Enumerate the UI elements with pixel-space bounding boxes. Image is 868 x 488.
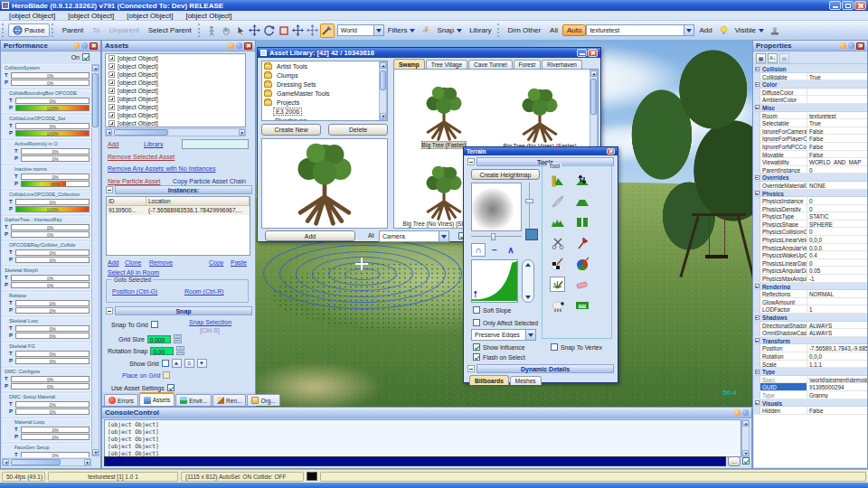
snap-selection-link[interactable]: Snap Selection xyxy=(189,319,231,325)
properties-header[interactable]: Properties xyxy=(753,41,867,52)
paint-icon[interactable] xyxy=(320,23,335,38)
creature-icon[interactable] xyxy=(550,297,565,313)
performance-vscrollbar[interactable] xyxy=(91,64,99,456)
property-row[interactable]: PhysicsLinearDampi 0 xyxy=(754,259,867,267)
property-row[interactable]: PhysicsShape SPHERE xyxy=(754,221,867,229)
panel-close-icon[interactable] xyxy=(856,42,864,50)
library-folder[interactable]: E3 2006 xyxy=(262,107,387,116)
property-row[interactable]: GlowAmount xyxy=(754,298,867,306)
close-button[interactable] xyxy=(607,148,615,155)
property-row[interactable]: PhysicsInstance 0 xyxy=(754,197,867,205)
property-row[interactable]: Reflections NORMAL xyxy=(754,290,867,298)
panel-tab[interactable]: Envir... xyxy=(175,394,212,406)
asset-type-item[interactable]: [object Object] xyxy=(106,62,245,70)
asset-library-titlebar[interactable]: Asset Library: [42] 42 / 10343616 xyxy=(258,48,600,58)
property-row[interactable]: PhysicsAngularVelo 0,0,0 xyxy=(754,244,867,252)
restore-button[interactable] xyxy=(842,1,854,10)
select-parent-button[interactable]: Select Parent xyxy=(144,24,196,36)
property-row[interactable]: IgnoreForCameraCo False xyxy=(754,127,867,136)
use-asset-settings-checkbox[interactable] xyxy=(167,384,175,391)
asset-type-item[interactable]: [object Object] xyxy=(106,119,245,127)
expand-icon[interactable] xyxy=(108,104,115,110)
panel-float-icon[interactable] xyxy=(81,42,88,49)
panel-options-icon[interactable] xyxy=(734,409,741,416)
preserve-edges-combo[interactable]: Preserve Edges xyxy=(471,329,536,341)
chevron-down-icon[interactable] xyxy=(525,330,535,340)
instances-section-header[interactable]: Instances: xyxy=(115,185,252,194)
console-command-input[interactable] xyxy=(104,456,726,466)
minimize-button[interactable] xyxy=(577,49,587,57)
collapse-category-icon[interactable] xyxy=(755,105,760,109)
color-swatch[interactable] xyxy=(525,229,538,240)
terrain-tab[interactable]: Billboards xyxy=(469,375,509,385)
pause-button[interactable]: Pause xyxy=(8,23,50,37)
collapse-category-icon[interactable] xyxy=(755,82,760,87)
parent-button[interactable]: Parent xyxy=(58,24,89,36)
library-asset-item[interactable]: Big Tree (No Vines) (Faster) xyxy=(492,71,588,149)
panel-options-icon[interactable] xyxy=(73,42,80,49)
asset-type-item[interactable]: [object Object] xyxy=(106,79,245,87)
library-folder[interactable]: Artist Tools xyxy=(262,61,387,70)
property-row[interactable]: Transform xyxy=(754,337,867,345)
property-row[interactable]: Spec \world\segment\demoland\re xyxy=(754,376,867,384)
property-row[interactable]: Visuals xyxy=(754,399,867,408)
property-row[interactable]: Room texturetest xyxy=(754,112,867,120)
collapse-category-icon[interactable] xyxy=(755,370,760,374)
collapse-snap-icon[interactable] xyxy=(106,307,113,314)
panel-tab[interactable]: Ren... xyxy=(212,394,246,406)
property-row[interactable]: Collidable True xyxy=(754,73,867,81)
snap-section-header[interactable]: Snap xyxy=(115,306,252,315)
expand-icon[interactable] xyxy=(108,96,115,102)
collapse-dynamic-details-icon[interactable] xyxy=(467,365,475,372)
collapse-category-icon[interactable] xyxy=(755,191,760,195)
world-combo[interactable]: World xyxy=(337,24,384,36)
slope-profile-graph[interactable] xyxy=(471,259,518,303)
console-autoscroll-checkbox[interactable] xyxy=(742,457,750,465)
expand-icon[interactable] xyxy=(108,80,115,86)
bulb-icon[interactable] xyxy=(717,23,731,38)
visible-dropdown[interactable]: Visible xyxy=(731,26,768,34)
close-button[interactable] xyxy=(854,1,866,10)
flat-brush-button[interactable]: − xyxy=(487,243,502,257)
minimize-button[interactable] xyxy=(829,1,841,10)
window-titlebar[interactable]: HeroBlade (0.9.12.33262) v791 (Connected… xyxy=(0,0,868,11)
translate-icon[interactable] xyxy=(291,23,306,38)
plateau-icon[interactable] xyxy=(574,193,590,209)
console-vscrollbar[interactable] xyxy=(741,419,750,457)
library-asset-item[interactable]: Big Tree (Faster) xyxy=(396,71,492,149)
property-row[interactable]: PhysicsLinearVeloci 0,0,0 xyxy=(754,236,867,244)
goto-position-link[interactable]: Position (Ctrl-G) xyxy=(112,288,157,295)
library-tab[interactable]: Cave Tunnel xyxy=(468,60,513,69)
dynamic-details-header[interactable]: Dynamic Details xyxy=(476,364,614,373)
menu-item[interactable]: [object Object] xyxy=(180,11,237,21)
console-output[interactable]: [object Object][object Object][object Ob… xyxy=(104,419,741,457)
flower-icon[interactable] xyxy=(419,23,433,38)
toolbar-grip[interactable] xyxy=(497,23,502,37)
collapse-category-icon[interactable] xyxy=(755,175,760,180)
grid-level-value[interactable]: 0 xyxy=(184,359,194,368)
library-tab[interactable]: Forest xyxy=(514,60,541,69)
panel-tab[interactable]: Errors xyxy=(104,394,138,406)
library-folder[interactable]: GameMaster Tools xyxy=(262,89,387,98)
property-row[interactable]: Movable False xyxy=(754,151,867,159)
panel-float-icon[interactable] xyxy=(742,409,749,416)
collapse-category-icon[interactable] xyxy=(755,284,760,288)
remove-selected-asset-link[interactable]: Remove Selected Asset xyxy=(108,154,175,160)
console-more-button[interactable]: ... xyxy=(728,456,741,466)
room-combo[interactable]: texturetest xyxy=(586,24,694,36)
delete-button[interactable]: Delete xyxy=(328,124,388,136)
grid-size-stepper[interactable] xyxy=(174,334,182,343)
property-row[interactable]: Physics xyxy=(754,190,867,198)
property-row[interactable]: DirectionalShadowC ALWAYS xyxy=(754,322,867,330)
collapse-category-icon[interactable] xyxy=(755,338,760,343)
all-button[interactable]: All xyxy=(545,24,562,36)
property-row[interactable]: OverrideMaterialClas NONE xyxy=(754,182,867,190)
raise-lower-icon[interactable] xyxy=(574,173,590,188)
property-row[interactable]: Color xyxy=(754,80,867,89)
property-row[interactable]: IgnoreForNPCCollisi False xyxy=(754,143,867,151)
panel-options-icon[interactable] xyxy=(228,42,234,49)
flash-on-select-checkbox[interactable] xyxy=(473,353,480,361)
menu-item[interactable]: [object Object] xyxy=(121,11,178,21)
instances-table-header[interactable]: ID Location xyxy=(107,197,250,206)
asset-type-item[interactable]: [object Object] xyxy=(106,103,245,111)
